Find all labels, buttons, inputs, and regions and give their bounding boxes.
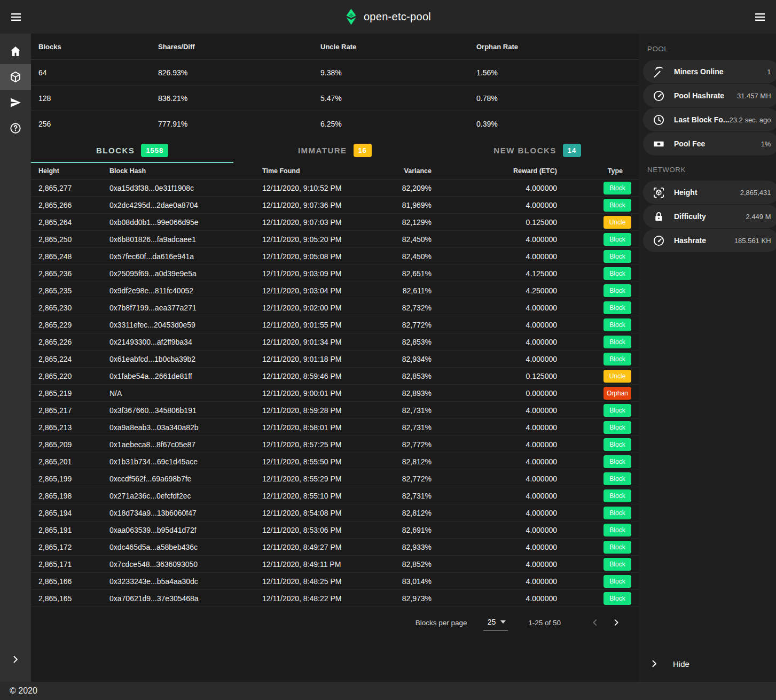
- block-row: 2,865,201 0x1b31b734...69c1d45ace 12/11/…: [31, 453, 639, 470]
- block-reward: 4.125000: [432, 269, 557, 278]
- help-icon: [9, 122, 22, 135]
- tab-new-blocks-count-badge: 14: [563, 144, 581, 157]
- block-height: 2,865,213: [38, 423, 109, 432]
- left-nav: [0, 34, 31, 682]
- stats-row: 256 777.91% 6.25% 0.39%: [31, 111, 639, 136]
- block-row: 2,865,226 0x21493300...af2ff9ba34 12/11/…: [31, 333, 639, 351]
- hamburger-icon: [754, 11, 766, 24]
- main-content: Blocks Shares/Diff Uncle Rate Orphan Rat…: [31, 34, 639, 682]
- stat-label: Last Block Fo...: [674, 115, 729, 124]
- block-time-found: 12/11/2020, 8:49:11 PM: [262, 560, 348, 569]
- next-page-button[interactable]: [606, 612, 627, 633]
- block-type-badge: Block: [603, 575, 631, 588]
- block-height: 2,865,209: [38, 440, 109, 449]
- block-hash: 0xdc465d5a...a58beb436c: [109, 543, 262, 551]
- block-height: 2,865,229: [38, 321, 109, 329]
- nav-spacer: [0, 141, 31, 647]
- block-row: 2,865,248 0x57fec60f...da616e941a 12/11/…: [31, 248, 639, 265]
- block-time-found: 12/11/2020, 9:03:04 PM: [262, 286, 348, 295]
- stats-uncle-value: 9.38%: [320, 68, 476, 77]
- col-header-variance: Variance: [348, 167, 432, 175]
- stat-pool-hashrate: Pool Hashrate 31.457 MH: [643, 84, 776, 107]
- block-type-badge: Block: [603, 284, 631, 297]
- block-hash: 0x7b8f7199...aea377a271: [109, 304, 262, 312]
- body-row: Blocks Shares/Diff Uncle Rate Orphan Rat…: [0, 34, 776, 682]
- block-reward: 4.000000: [432, 423, 557, 432]
- block-type-badge: Orphan: [603, 387, 631, 400]
- etc-logo-icon: [345, 9, 357, 25]
- tab-new-blocks-label: NEW BLOCKS: [493, 146, 556, 155]
- block-variance: 82,812%: [348, 509, 432, 517]
- block-time-found: 12/11/2020, 8:58:01 PM: [262, 423, 348, 432]
- tab-immature[interactable]: IMMATURE 16: [233, 139, 436, 163]
- stat-value: 185.561 KH: [734, 237, 776, 245]
- block-reward: 4.000000: [432, 201, 557, 209]
- block-time-found: 12/11/2020, 8:57:25 PM: [262, 440, 348, 449]
- block-variance: 82,731%: [348, 492, 432, 500]
- block-variance: 82,852%: [348, 560, 432, 569]
- app-root: open-etc-pool: [0, 0, 776, 700]
- block-time-found: 12/11/2020, 9:00:01 PM: [262, 389, 348, 398]
- block-time-found: 12/11/2020, 8:54:08 PM: [262, 509, 348, 517]
- brand: open-etc-pool: [345, 9, 431, 25]
- block-reward: 4.000000: [432, 475, 557, 483]
- block-row: 2,865,165 0xa70621d9...37e305468a 12/11/…: [31, 590, 639, 607]
- send-icon: [9, 96, 22, 109]
- caret-down-icon: [500, 620, 506, 624]
- block-variance: 82,691%: [348, 526, 432, 534]
- block-row: 2,865,266 0x2dc4295d...2dae0a8704 12/11/…: [31, 197, 639, 214]
- block-reward: 4.000000: [432, 560, 557, 569]
- block-row: 2,865,229 0x3311efec...20453d0e59 12/11/…: [31, 316, 639, 333]
- per-page-select[interactable]: 25: [483, 615, 508, 631]
- block-reward: 0.125000: [432, 218, 557, 227]
- stat-label: Difficulty: [674, 212, 706, 221]
- block-reward: 4.000000: [432, 509, 557, 517]
- block-variance: 82,651%: [348, 269, 432, 278]
- block-hash: 0x1fabe54a...2661de81ff: [109, 372, 262, 380]
- app-title: open-etc-pool: [364, 11, 431, 23]
- hide-panel-button[interactable]: Hide: [639, 651, 776, 676]
- menu-left-button[interactable]: [1, 0, 31, 34]
- stats-shares-value: 777.91%: [158, 120, 320, 128]
- panel-spacer: [639, 253, 776, 651]
- block-hash: 0xb08dd0b1...99e066d95e: [109, 218, 262, 227]
- block-hash: 0xa9a8eab3...03a340a82b: [109, 423, 262, 432]
- block-reward: 4.000000: [432, 577, 557, 586]
- tab-blocks[interactable]: BLOCKS 1558: [31, 139, 233, 163]
- block-time-found: 12/11/2020, 9:01:55 PM: [262, 321, 348, 329]
- blocks-table: Height Block Hash Time Found Variance Re…: [31, 163, 639, 607]
- block-height: 2,865,264: [38, 218, 109, 227]
- block-height: 2,865,226: [38, 338, 109, 346]
- nav-item-blocks[interactable]: [0, 64, 31, 90]
- block-variance: 82,772%: [348, 440, 432, 449]
- nav-item-help[interactable]: [0, 115, 31, 141]
- block-variance: 82,973%: [348, 594, 432, 603]
- chevron-left-icon: [590, 618, 600, 627]
- block-time-found: 12/11/2020, 8:55:29 PM: [262, 475, 348, 483]
- blocks-table-header: Height Block Hash Time Found Variance Re…: [31, 163, 639, 180]
- block-variance: 82,933%: [348, 543, 432, 551]
- copyright-text: © 2020: [10, 686, 37, 696]
- block-reward: 4.250000: [432, 286, 557, 295]
- tab-new-blocks[interactable]: NEW BLOCKS 14: [436, 139, 639, 163]
- block-type-badge: Block: [603, 592, 631, 605]
- menu-right-button[interactable]: [745, 0, 775, 34]
- block-time-found: 12/11/2020, 8:48:25 PM: [262, 577, 348, 586]
- block-row: 2,865,194 0x18d734a9...13b6060f47 12/11/…: [31, 504, 639, 522]
- network-section-title: NETWORK: [639, 161, 776, 181]
- blocks-tabs: BLOCKS 1558 IMMATURE 16 NEW BLOCKS 14: [31, 139, 639, 163]
- block-row: 2,865,277 0xa15d3f38...0e31f1908c 12/11/…: [31, 180, 639, 197]
- block-time-found: 12/11/2020, 9:03:09 PM: [262, 269, 348, 278]
- block-hash: 0x3233243e...b5a4aa30dc: [109, 577, 262, 586]
- block-row: 2,865,220 0x1fabe54a...2661de81ff 12/11/…: [31, 368, 639, 385]
- nav-item-home[interactable]: [0, 38, 31, 64]
- nav-expand-button[interactable]: [0, 647, 31, 672]
- prev-page-button[interactable]: [584, 612, 606, 633]
- nav-item-payments[interactable]: [0, 90, 31, 115]
- block-type-badge: Block: [603, 455, 631, 468]
- per-page-value: 25: [488, 618, 496, 626]
- stat-last-block-found: Last Block Fo... 23.2 sec. ago: [643, 108, 776, 131]
- stat-label: Hashrate: [674, 236, 706, 245]
- stat-network-height: Height 2,865,431: [643, 181, 776, 204]
- block-row: 2,865,235 0x9df2e98e...811fc40052 12/11/…: [31, 282, 639, 299]
